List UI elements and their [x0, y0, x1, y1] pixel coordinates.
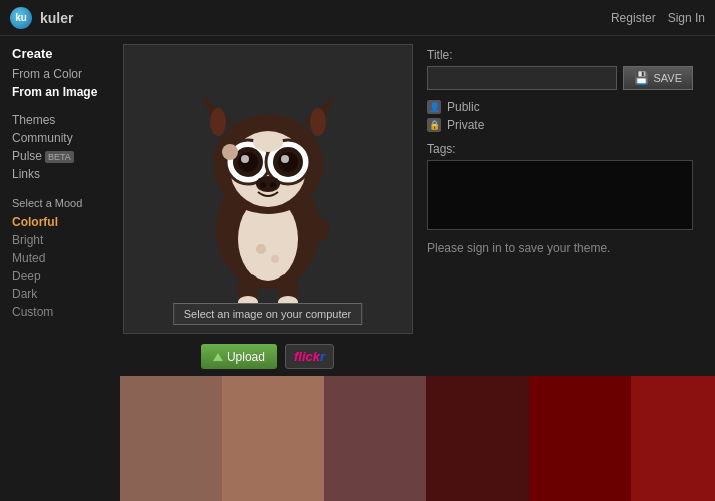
svg-point-12 [278, 152, 298, 172]
tags-label: Tags: [427, 142, 693, 156]
header-left: ku kuler [10, 7, 73, 29]
svg-point-27 [210, 108, 226, 136]
svg-point-25 [271, 255, 279, 263]
mood-item-muted[interactable]: Muted [12, 249, 108, 267]
color-swatch-1[interactable] [222, 376, 324, 501]
dog-illustration [183, 74, 353, 304]
header-right: Register Sign In [611, 11, 705, 25]
select-image-button[interactable]: Select an image on your computer [173, 303, 363, 325]
svg-point-14 [256, 176, 280, 192]
sidebar-item-from-image[interactable]: From an Image [12, 83, 108, 101]
center-panel: Select an image on your computer Upload … [120, 36, 415, 376]
svg-point-13 [281, 155, 289, 163]
svg-point-24 [256, 244, 266, 254]
tags-input[interactable] [427, 160, 693, 230]
upload-arrow-icon [213, 353, 223, 361]
header: ku kuler Register Sign In [0, 0, 715, 36]
svg-point-18 [222, 144, 238, 160]
color-swatch-5[interactable] [631, 376, 715, 501]
public-option[interactable]: 👤 Public [427, 100, 693, 114]
flickr-label: flickr [294, 349, 325, 364]
pulse-beta-badge: BETA [45, 151, 74, 163]
app-title: kuler [40, 10, 73, 26]
save-disk-icon: 💾 [634, 71, 649, 85]
sidebar-divider [12, 101, 108, 111]
sign-in-message: Please sign in to save your theme. [427, 241, 693, 255]
svg-point-16 [270, 182, 276, 188]
logo-icon: ku [10, 7, 32, 29]
svg-point-15 [260, 182, 266, 188]
svg-point-28 [310, 108, 326, 136]
mood-item-dark[interactable]: Dark [12, 285, 108, 303]
sidebar-item-links[interactable]: Links [12, 165, 108, 183]
person-icon: 👤 [427, 100, 441, 114]
title-row: 💾 SAVE [427, 66, 693, 90]
upload-row: Upload flickr [201, 344, 334, 369]
flickr-button[interactable]: flickr [285, 344, 334, 369]
save-button[interactable]: 💾 SAVE [623, 66, 693, 90]
mood-item-custom[interactable]: Custom [12, 303, 108, 321]
sidebar: Create From a Color From an Image Themes… [0, 36, 120, 376]
swatches-row [120, 376, 715, 501]
svg-point-17 [253, 132, 283, 152]
title-input[interactable] [427, 66, 617, 90]
dog-image [124, 45, 412, 333]
right-panel: Title: 💾 SAVE 👤 Public 🔒 Private Tags: [415, 36, 705, 376]
upload-button[interactable]: Upload [201, 344, 277, 369]
title-label: Title: [427, 48, 693, 62]
sidebar-item-community[interactable]: Community [12, 129, 108, 147]
page-wrapper: Create From a Color From an Image Themes… [0, 36, 715, 501]
signin-link[interactable]: Sign In [668, 11, 705, 25]
sidebar-item-pulse[interactable]: PulseBETA [12, 147, 108, 165]
mood-section-title: Select a Mood [12, 197, 108, 209]
lock-icon: 🔒 [427, 118, 441, 132]
svg-point-9 [241, 155, 249, 163]
image-area: Select an image on your computer [123, 44, 413, 334]
moods-list: ColorfulBrightMutedDeepDarkCustom [12, 213, 108, 321]
visibility-row: 👤 Public 🔒 Private [427, 100, 693, 132]
color-swatch-4[interactable] [529, 376, 631, 501]
sidebar-item-themes[interactable]: Themes [12, 111, 108, 129]
sidebar-item-from-color[interactable]: From a Color [12, 65, 108, 83]
color-swatch-0[interactable] [120, 376, 222, 501]
register-link[interactable]: Register [611, 11, 656, 25]
swatches-container [120, 376, 715, 501]
svg-point-23 [313, 217, 329, 241]
create-section-title: Create [12, 46, 108, 61]
private-option[interactable]: 🔒 Private [427, 118, 693, 132]
mood-item-deep[interactable]: Deep [12, 267, 108, 285]
mood-item-colorful[interactable]: Colorful [12, 213, 108, 231]
svg-point-8 [238, 152, 258, 172]
color-swatch-2[interactable] [324, 376, 426, 501]
mood-item-bright[interactable]: Bright [12, 231, 108, 249]
color-swatch-3[interactable] [426, 376, 528, 501]
main-row: Create From a Color From an Image Themes… [0, 36, 715, 376]
